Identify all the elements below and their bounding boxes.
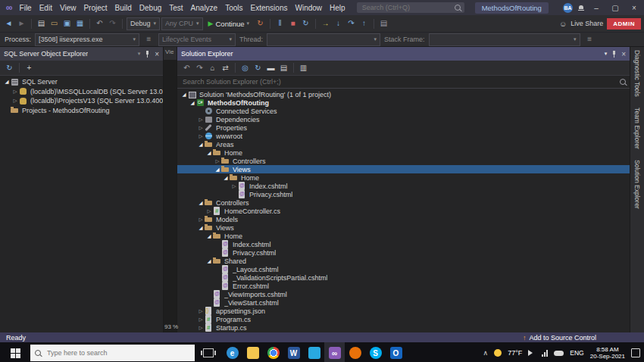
notifications-bell-icon[interactable]	[578, 5, 584, 11]
menu-build[interactable]: Build	[111, 4, 136, 12]
switch-views-icon[interactable]: ⇄	[220, 63, 231, 73]
action-center-icon[interactable]	[631, 348, 640, 357]
expand-arrow[interactable]: ▷	[205, 208, 213, 214]
lifecycle-events-dropdown[interactable]: Lifecycle Events ▾	[158, 33, 236, 46]
tree-item[interactable]: ▷Program.cs	[177, 315, 630, 323]
firefox-taskbar-button[interactable]	[345, 342, 365, 362]
stop-debugging-icon[interactable]: ■	[287, 18, 299, 29]
threads-icon[interactable]: ≡	[143, 34, 155, 45]
step-out-icon[interactable]: ↑	[358, 18, 370, 29]
expand-arrow[interactable]: ▷	[197, 133, 205, 139]
show-next-statement-icon[interactable]: →	[320, 18, 331, 29]
word-taskbar-button[interactable]: W	[283, 342, 304, 362]
minimize-button[interactable]: –	[589, 4, 603, 12]
sync-with-active-document-icon[interactable]: ◎	[239, 63, 251, 73]
weather-temp[interactable]: 77°F	[508, 349, 522, 357]
expand-arrow[interactable]: ▷	[197, 308, 205, 314]
tree-item[interactable]: ▷Index.cshtml	[177, 182, 630, 190]
tree-item[interactable]: ◢MethodsOfRouting	[177, 98, 630, 107]
expand-arrow[interactable]: ◢	[197, 200, 205, 206]
expand-arrow[interactable]: ◢	[180, 92, 188, 98]
skype-taskbar-button[interactable]: S	[365, 342, 386, 362]
expand-arrow[interactable]: ◢	[197, 142, 205, 148]
back-icon[interactable]: ↶	[181, 63, 192, 73]
expand-arrow[interactable]: ▷	[197, 317, 205, 323]
application-insights-icon[interactable]: ▤	[378, 18, 389, 29]
undo-icon[interactable]: ↶	[94, 18, 105, 29]
close-button[interactable]: ×	[627, 4, 641, 12]
hidden-icons-chevron[interactable]: ∧	[483, 349, 489, 357]
forward-icon[interactable]: ↷	[194, 63, 205, 73]
stack-options-icon[interactable]: ≡	[584, 34, 596, 45]
navigate-forward-icon[interactable]: ►	[16, 18, 27, 29]
tree-item[interactable]: ◢Home	[177, 232, 630, 240]
menu-analyze[interactable]: Analyze	[187, 4, 222, 12]
expand-arrow[interactable]: ▷	[11, 98, 19, 104]
step-over-icon[interactable]: ↷	[345, 18, 357, 29]
tree-item[interactable]: ◢Views	[177, 223, 630, 232]
new-file-icon[interactable]: ▤	[36, 18, 47, 29]
tree-item[interactable]: ◢SQL Server	[0, 77, 163, 87]
menu-debug[interactable]: Debug	[136, 4, 165, 12]
properties-icon[interactable]: ▥	[298, 63, 309, 73]
chrome-taskbar-button[interactable]	[263, 342, 283, 362]
menu-test[interactable]: Test	[165, 4, 186, 12]
expand-arrow[interactable]: ▷	[197, 325, 205, 331]
save-all-icon[interactable]: ▦	[74, 18, 86, 29]
menu-file[interactable]: File	[16, 4, 36, 12]
collapse-all-icon[interactable]: ▬	[265, 63, 277, 73]
user-avatar[interactable]: BA	[563, 3, 573, 13]
menu-help[interactable]: Help	[326, 4, 349, 12]
tree-item[interactable]: ◢Solution 'MethodsOfRouting' (1 of 1 pro…	[177, 90, 630, 98]
expand-arrow[interactable]: ◢	[205, 258, 213, 264]
maximize-button[interactable]: ▢	[608, 4, 622, 12]
expand-arrow[interactable]: ▷	[197, 217, 205, 223]
network-icon[interactable]	[542, 350, 548, 357]
taskbar-search-input[interactable]	[45, 348, 190, 357]
expand-arrow[interactable]: ◢	[3, 79, 11, 85]
solution-platforms-dropdown[interactable]: Any CPU ▾	[161, 17, 203, 30]
expand-arrow[interactable]: ◢	[205, 233, 213, 239]
save-icon[interactable]: ▣	[61, 18, 73, 29]
menu-view[interactable]: View	[56, 4, 80, 12]
home-icon[interactable]: ⌂	[207, 63, 218, 73]
clock[interactable]: 8:58 AM 20-Sep-2021	[590, 346, 625, 360]
expand-arrow[interactable]: ◢	[205, 150, 213, 156]
visual-studio-taskbar-button[interactable]: ∞	[324, 342, 345, 362]
restart-icon[interactable]: ↻	[300, 18, 311, 29]
break-all-icon[interactable]: ‖	[274, 18, 286, 29]
quick-search-input[interactable]	[361, 3, 455, 12]
expand-arrow[interactable]: ▷	[214, 158, 221, 164]
expand-arrow[interactable]: ▷	[197, 125, 205, 131]
onedrive-icon[interactable]	[554, 351, 564, 356]
quick-search[interactable]	[357, 2, 464, 13]
tree-item[interactable]: _ValidationScriptsPartial.cshtml	[177, 273, 630, 282]
tool-tab-team-explorer[interactable]: Team Explorer	[633, 108, 641, 149]
tree-item[interactable]: ◢Controllers	[177, 198, 630, 207]
tree-item[interactable]: ▷appsettings.json	[177, 307, 630, 315]
vs-code-taskbar-button[interactable]	[304, 342, 324, 362]
tree-item[interactable]: ▷(localdb)\ProjectsV13 (SQL Server 13.0.…	[0, 96, 163, 106]
navigate-backward-icon[interactable]: ◄	[3, 18, 14, 29]
tool-tab-diagnostic-tools[interactable]: Diagnostic Tools	[633, 50, 641, 97]
expand-arrow[interactable]: ▷	[230, 183, 238, 189]
tree-item[interactable]: ▷Controllers	[177, 157, 630, 165]
menu-window[interactable]: Window	[291, 4, 326, 12]
tree-item[interactable]: _Layout.cshtml	[177, 265, 630, 273]
tree-item[interactable]: Privacy.cshtml	[177, 190, 630, 198]
refresh-icon[interactable]: ↻	[4, 63, 15, 73]
file-explorer-taskbar-button[interactable]	[242, 342, 263, 362]
editor-tab[interactable]: Vie	[164, 47, 177, 60]
expand-arrow[interactable]: ▷	[11, 89, 19, 95]
add-sql-server-icon[interactable]: +	[23, 63, 35, 73]
tree-item[interactable]: ◢Areas	[177, 140, 630, 148]
hot-reload-icon[interactable]: ↻	[255, 18, 266, 29]
thread-dropdown[interactable]: ▾	[267, 33, 380, 46]
process-dropdown[interactable]: [3508] iisexpress.exe ▾	[35, 33, 139, 46]
tree-item[interactable]: Connected Services	[177, 107, 630, 115]
expand-arrow[interactable]: ◢	[197, 225, 205, 231]
tree-item[interactable]: ▷Models	[177, 215, 630, 223]
tree-item[interactable]: Projects - MethodsOfRouting	[0, 106, 163, 116]
tree-item[interactable]: ◢Views	[177, 165, 630, 173]
stack-frame-dropdown[interactable]: ▾	[429, 33, 580, 46]
